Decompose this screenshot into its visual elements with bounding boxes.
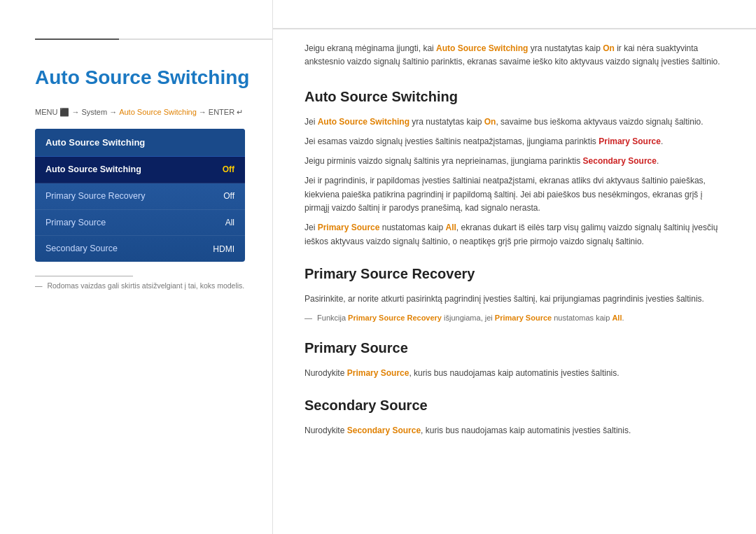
breadcrumb-arrow1: → bbox=[71, 106, 79, 118]
menu-item-primary-source[interactable]: Primary Source All bbox=[35, 210, 245, 237]
section-secondary-p1: Nurodykite Secondary Source, kuris bus n… bbox=[304, 424, 721, 438]
menu-item-label-secondary-source: Secondary Source bbox=[46, 242, 118, 255]
note-highlight2: Primary Source bbox=[495, 314, 552, 322]
s1-highlight3: Primary Source bbox=[598, 136, 661, 146]
breadcrumb-system: System bbox=[81, 106, 107, 118]
s1-highlight1: Auto Source Switching bbox=[318, 117, 410, 127]
note-highlight3: All bbox=[612, 314, 622, 322]
primary-highlight1: Primary Source bbox=[347, 368, 410, 378]
menu-box-title: Auto Source Switching bbox=[35, 129, 245, 157]
note-dash1: — bbox=[304, 314, 312, 322]
menu-item-value-primary-recovery: Off bbox=[223, 190, 234, 202]
left-panel: Auto Source Switching MENU ⬛ → System → … bbox=[0, 0, 273, 534]
note-highlight1: Primary Source Recovery bbox=[348, 314, 442, 322]
s1-highlight4: Secondary Source bbox=[583, 156, 657, 166]
section-p4: Jei ir pagrindinis, ir papildomas įvesti… bbox=[304, 174, 721, 216]
menu-item-label-auto-source: Auto Source Switching bbox=[46, 163, 141, 176]
menu-item-value-auto-source: Off bbox=[223, 163, 234, 176]
menu-item-value-primary-source: All bbox=[225, 216, 234, 229]
page-title: Auto Source Switching bbox=[35, 63, 251, 92]
section-title-primary-recovery: Primary Source Recovery bbox=[304, 263, 721, 284]
breadcrumb-arrow2: → bbox=[109, 106, 117, 118]
breadcrumb-arrow3: → bbox=[199, 106, 206, 118]
footnote-line bbox=[35, 276, 133, 276]
menu-item-value-secondary-source: HDMI bbox=[213, 243, 234, 255]
menu-item-auto-source-switching[interactable]: Auto Source Switching Off bbox=[35, 157, 245, 183]
section-p2: Jei esamas vaizdo signalų įvesties šalti… bbox=[304, 135, 721, 149]
intro-highlight-switching: Auto Source Switching bbox=[436, 43, 528, 53]
section-recovery-p1: Pasirinkite, ar norite atkurti pasirinkt… bbox=[304, 293, 721, 307]
secondary-highlight1: Secondary Source bbox=[347, 426, 421, 435]
breadcrumb-enter: ENTER ↵ bbox=[209, 106, 243, 118]
s1-highlight5: Primary Source bbox=[318, 223, 380, 232]
right-panel: Jeigu ekraną mėginama įjungti, kai Auto … bbox=[273, 0, 756, 534]
section-p5: Jei Primary Source nustatomas kaip All, … bbox=[304, 221, 721, 249]
intro-highlight-on: On bbox=[603, 43, 615, 53]
section-p1: Jei Auto Source Switching yra nustatytas… bbox=[304, 115, 721, 129]
intro-text: Jeigu ekraną mėginama įjungti, kai Auto … bbox=[304, 42, 721, 69]
menu-box: Auto Source Switching Auto Source Switch… bbox=[35, 129, 245, 262]
section-primary-p1: Nurodykite Primary Source, kuris bus nau… bbox=[304, 367, 721, 381]
menu-item-secondary-source[interactable]: Secondary Source HDMI bbox=[35, 236, 245, 262]
footnote-section: — Rodomas vaizdas gali skirtis atsižvelg… bbox=[35, 276, 251, 292]
s1-highlight2: On bbox=[484, 117, 496, 127]
right-top-line bbox=[273, 28, 756, 29]
breadcrumb-current: Auto Source Switching bbox=[119, 106, 197, 118]
section-title-auto-source: Auto Source Switching bbox=[304, 86, 721, 107]
menu-item-primary-source-recovery[interactable]: Primary Source Recovery Off bbox=[35, 183, 245, 210]
page-container: Auto Source Switching MENU ⬛ → System → … bbox=[0, 0, 756, 534]
top-decorative-line bbox=[35, 38, 272, 40]
footnote-dash: — bbox=[35, 281, 43, 290]
menu-item-label-primary-recovery: Primary Source Recovery bbox=[46, 190, 145, 203]
section-title-secondary-source: Secondary Source bbox=[304, 395, 721, 416]
breadcrumb: MENU ⬛ → System → Auto Source Switching … bbox=[35, 106, 251, 118]
section-p3: Jeigu pirminis vaizdo signalų šaltinis y… bbox=[304, 155, 721, 169]
s1-highlight6: All bbox=[445, 223, 456, 232]
footnote-content: Rodomas vaizdas gali skirtis atsižvelgia… bbox=[47, 281, 244, 290]
menu-item-label-primary-source: Primary Source bbox=[46, 216, 106, 230]
breadcrumb-menu: MENU ⬛ bbox=[35, 106, 69, 118]
footnote-text: — Rodomas vaizdas gali skirtis atsižvelg… bbox=[35, 281, 251, 292]
section-recovery-note: — Funkcija Primary Source Recovery išjun… bbox=[304, 312, 721, 324]
section-title-primary-source: Primary Source bbox=[304, 337, 721, 358]
